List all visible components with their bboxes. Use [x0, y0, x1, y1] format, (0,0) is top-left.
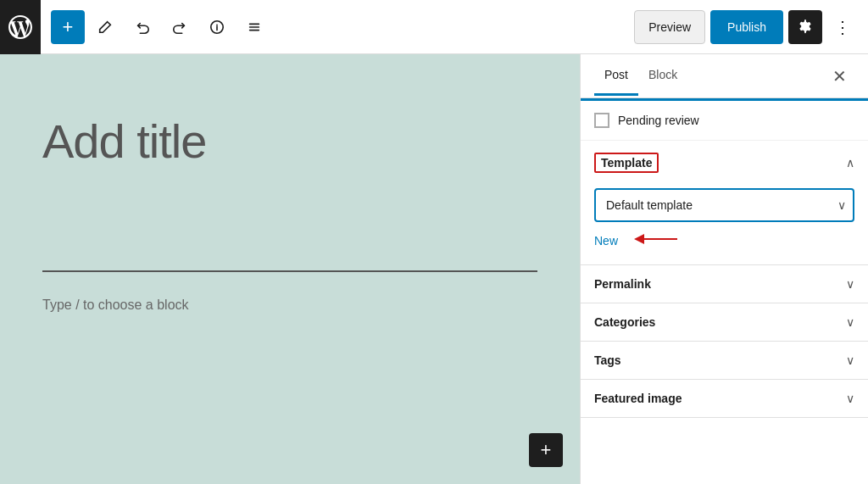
tab-block[interactable]: Block: [638, 56, 687, 96]
template-select-wrapper: Default template Full Width Sidebar Left…: [594, 188, 854, 222]
featured-image-section-header[interactable]: Featured image ∨: [581, 380, 868, 417]
permalink-section: Permalink ∨: [581, 265, 868, 303]
template-section: Template ∧ Default template Full Width S…: [581, 141, 868, 265]
toolbar-right: Preview Publish ⋮: [634, 10, 858, 44]
info-button[interactable]: [200, 10, 234, 44]
sidebar-close-button[interactable]: ✕: [824, 61, 854, 92]
new-link-row: New: [594, 231, 854, 251]
template-chevron-up-icon: ∧: [846, 156, 854, 170]
tags-section-title: Tags: [594, 353, 621, 367]
tags-section: Tags ∨: [581, 342, 868, 380]
featured-image-section-title: Featured image: [594, 392, 682, 405]
featured-image-chevron-icon: ∨: [846, 392, 854, 405]
add-block-button[interactable]: +: [51, 10, 85, 44]
edit-button[interactable]: [88, 10, 122, 44]
editor-divider: [42, 270, 537, 272]
template-section-header[interactable]: Template ∧: [581, 141, 868, 185]
tab-post[interactable]: Post: [594, 56, 638, 96]
pending-review-checkbox[interactable]: [594, 113, 609, 128]
undo-button[interactable]: [125, 10, 159, 44]
template-section-title: Template: [594, 153, 659, 173]
featured-image-section: Featured image ∨: [581, 380, 868, 418]
editor-area: Add title Type / to choose a block +: [0, 54, 580, 484]
toolbar: + Preview Publish: [0, 0, 868, 54]
main-content: Add title Type / to choose a block + Pos…: [0, 54, 868, 484]
wp-logo: [0, 0, 41, 54]
sidebar: Post Block ✕ Pending review Template ∧: [580, 54, 868, 484]
pending-review-label: Pending review: [618, 114, 699, 127]
template-select[interactable]: Default template Full Width Sidebar Left…: [594, 188, 854, 222]
template-section-body: Default template Full Width Sidebar Left…: [581, 185, 868, 264]
list-view-button[interactable]: [237, 10, 271, 44]
arrow-annotation: [626, 231, 686, 251]
editor-block-hint: Type / to choose a block: [42, 298, 537, 313]
categories-chevron-icon: ∨: [846, 315, 854, 329]
categories-section-title: Categories: [594, 315, 655, 329]
editor-title[interactable]: Add title: [42, 114, 537, 169]
permalink-section-header[interactable]: Permalink ∨: [581, 265, 868, 303]
more-options-button[interactable]: ⋮: [827, 10, 858, 44]
permalink-chevron-icon: ∨: [846, 277, 854, 291]
sidebar-content: Pending review Template ∧ Default templa…: [581, 98, 868, 484]
pending-review-row: Pending review: [581, 98, 868, 141]
categories-section: Categories ∨: [581, 303, 868, 342]
categories-section-header[interactable]: Categories ∨: [581, 303, 868, 341]
editor-add-block-button[interactable]: +: [529, 433, 563, 467]
settings-button[interactable]: [788, 10, 822, 44]
preview-button[interactable]: Preview: [634, 10, 705, 44]
tags-section-header[interactable]: Tags ∨: [581, 342, 868, 379]
publish-button[interactable]: Publish: [710, 10, 783, 44]
redo-button[interactable]: [163, 10, 197, 44]
tags-chevron-icon: ∨: [846, 353, 854, 367]
sidebar-header: Post Block ✕: [581, 54, 868, 98]
new-template-link[interactable]: New: [594, 234, 618, 248]
permalink-section-title: Permalink: [594, 277, 651, 291]
